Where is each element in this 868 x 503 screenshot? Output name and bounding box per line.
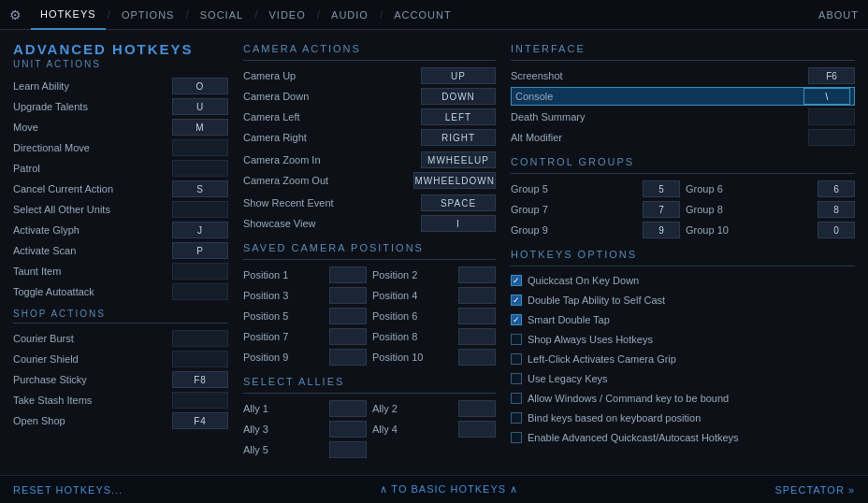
hk-camera-left-key[interactable]: LEFT (421, 108, 496, 125)
hk-camera-right-key[interactable]: RIGHT (421, 129, 496, 146)
hk-showcase-view-key[interactable]: I (421, 215, 496, 232)
hk-pos9-key[interactable] (329, 349, 367, 366)
hk-group10-key[interactable]: 0 (817, 222, 855, 238)
hk-death-summary-key[interactable] (808, 108, 855, 125)
hk-pos6-key[interactable] (458, 308, 496, 324)
saved-cam-pos-3-4: Position 3 Position 4 (243, 286, 496, 305)
cg-5-6: Group 5 5 Group 6 6 (511, 180, 855, 198)
hk-upgrade-talents-key[interactable]: U (172, 98, 228, 115)
cb-legacy-keys[interactable]: Use Legacy Keys (511, 370, 855, 387)
hk-screenshot-key[interactable]: F6 (808, 67, 855, 84)
hk-ally4-key[interactable] (458, 421, 496, 438)
cb-quickcast[interactable]: Quickcast On Key Down (511, 272, 855, 289)
hk-camera-zoom-out: Camera Zoom Out MWHEELDOWN (243, 171, 496, 190)
cb-camera-grip-box[interactable] (511, 353, 522, 365)
basic-hotkeys-button[interactable]: ∧ TO BASIC HOTKEYS ∧ (123, 483, 774, 496)
hk-select-all-key[interactable] (172, 201, 228, 218)
hk-camera-zoom-out-key[interactable]: MWHEELDOWN (413, 172, 496, 189)
hk-courier-shield-key[interactable] (172, 351, 228, 367)
hk-ally3-key[interactable] (329, 421, 367, 438)
hk-ally2-key[interactable] (458, 400, 496, 417)
hk-select-all: Select All Other Units (13, 200, 228, 219)
cb-shop-hotkeys[interactable]: Shop Always Uses Hotkeys (511, 331, 855, 348)
cg-7-8: Group 7 7 Group 8 8 (511, 200, 855, 219)
ally-1-2: Ally 1 Ally 2 (243, 399, 496, 418)
hk-taunt: Taunt Item (13, 262, 228, 280)
select-allies-title: SELECT ALLIES (243, 376, 496, 387)
hk-pos4-key[interactable] (458, 287, 496, 304)
hk-move-key[interactable]: M (172, 119, 228, 136)
hk-console-key[interactable]: \ (803, 88, 850, 105)
hk-group8-key[interactable]: 8 (817, 201, 855, 218)
hk-activate-glyph-key[interactable]: J (172, 222, 228, 238)
hk-camera-up-key[interactable]: UP (421, 67, 496, 84)
hk-death-summary: Death Summary (511, 108, 855, 126)
hk-activate-scan-key[interactable]: P (172, 242, 228, 259)
hk-courier-burst: Courier Burst (13, 329, 228, 348)
control-groups-title: CONTROL GROUPS (511, 156, 855, 167)
hk-toggle-autoattack-key[interactable] (172, 283, 228, 300)
hk-camera-down-key[interactable]: DOWN (421, 88, 496, 105)
cb-double-tap[interactable]: Double Tap Ability to Self Cast (511, 292, 855, 309)
hk-show-recent-event: Show Recent Event SPACE (243, 194, 496, 212)
hk-upgrade-talents: Upgrade Talents U (13, 97, 228, 116)
bottom-bar: RESET HOTKEYS... ∧ TO BASIC HOTKEYS ∧ SP… (0, 475, 868, 503)
cb-windows-key-box[interactable] (511, 393, 522, 404)
reset-hotkeys-button[interactable]: RESET HOTKEYS... (13, 484, 123, 496)
hk-pos2-key[interactable] (458, 266, 496, 283)
hk-show-recent-event-key[interactable]: SPACE (421, 194, 496, 211)
cb-windows-key[interactable]: Allow Windows / Command key to be bound (511, 390, 855, 407)
hk-pos3-key[interactable] (329, 287, 367, 304)
hk-pos8-key[interactable] (458, 328, 496, 345)
hk-taunt-key[interactable] (172, 263, 228, 280)
hk-purchase-sticky-key[interactable]: F8 (172, 371, 228, 388)
hk-pos10-key[interactable] (458, 349, 496, 366)
cb-smart-double-tap[interactable]: Smart Double Tap (511, 311, 855, 328)
hk-group9-key[interactable]: 9 (643, 222, 680, 238)
left-column: ADVANCED HOTKEYS UNIT ACTIONS Learn Abil… (13, 41, 228, 467)
nav-video[interactable]: VIDEO (259, 0, 314, 30)
cb-legacy-keys-box[interactable] (511, 373, 522, 384)
hk-open-shop-key[interactable]: F4 (172, 412, 228, 429)
hk-ally5-key[interactable] (329, 441, 367, 458)
hk-patrol-key[interactable] (172, 160, 228, 177)
nav-audio[interactable]: AUDIO (322, 0, 378, 30)
hk-console[interactable]: Console \ (511, 87, 855, 106)
hk-ally1-key[interactable] (329, 400, 367, 417)
nav-options[interactable]: OPTIONS (112, 0, 184, 30)
gear-icon[interactable]: ⚙ (9, 7, 22, 22)
cb-camera-grip[interactable]: Left-Click Activates Camera Grip (511, 351, 855, 367)
nav-account[interactable]: ACCOUNT (384, 0, 460, 30)
hk-alt-modifier-key[interactable] (808, 129, 855, 146)
hk-pos1-key[interactable] (329, 266, 367, 283)
content-area: ADVANCED HOTKEYS UNIT ACTIONS Learn Abil… (0, 30, 868, 475)
hk-pos5-key[interactable] (329, 308, 367, 324)
hk-pos7-key[interactable] (329, 328, 367, 345)
cb-advanced-quickcast-box[interactable] (511, 432, 522, 443)
spectator-button[interactable]: SPECTATOR » (774, 484, 855, 496)
hk-learn-ability-key[interactable]: O (172, 78, 228, 94)
nav-about[interactable]: ABOUT (818, 9, 859, 21)
hk-take-stash-key[interactable] (172, 392, 228, 409)
saved-cam-pos-5-6: Position 5 Position 6 (243, 307, 496, 325)
hk-directional-move-key[interactable] (172, 139, 228, 156)
cb-shop-hotkeys-box[interactable] (511, 334, 522, 345)
hk-camera-zoom-in-key[interactable]: MWHEELUP (421, 151, 496, 168)
cb-double-tap-box[interactable] (511, 295, 522, 306)
hk-toggle-autoattack: Toggle Autoattack (13, 282, 228, 301)
cg-9-10: Group 9 9 Group 10 0 (511, 221, 855, 239)
nav-hotkeys[interactable]: HOTKEYS (31, 0, 106, 30)
hk-cancel-key[interactable]: S (172, 180, 228, 197)
cb-smart-double-tap-box[interactable] (511, 314, 522, 325)
cb-keyboard-position-box[interactable] (511, 412, 522, 424)
cb-quickcast-box[interactable] (511, 275, 522, 286)
cb-keyboard-position[interactable]: Bind keys based on keyboard position (511, 410, 855, 426)
hk-learn-ability: Learn Ability O (13, 77, 228, 95)
nav-social[interactable]: SOCIAL (191, 0, 253, 30)
ally-5: Ally 5 (243, 440, 496, 459)
hk-group7-key[interactable]: 7 (643, 201, 680, 218)
cb-advanced-quickcast[interactable]: Enable Advanced Quickcast/Autocast Hotke… (511, 429, 855, 446)
hk-courier-burst-key[interactable] (172, 330, 228, 347)
hk-group6-key[interactable]: 6 (817, 180, 855, 197)
hk-group5-key[interactable]: 5 (643, 180, 680, 197)
